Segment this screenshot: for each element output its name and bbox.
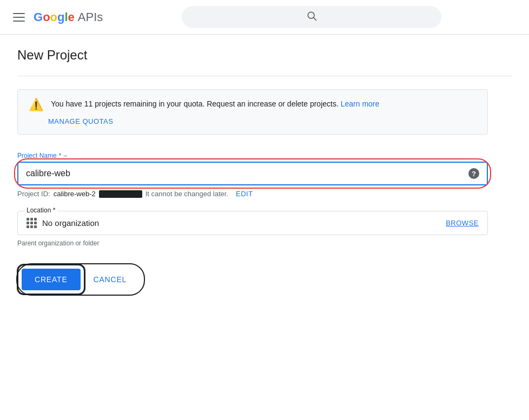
divider (17, 76, 512, 76)
search-icon (306, 10, 317, 24)
buttons-circle-wrapper: CREATE CANCEL (17, 264, 144, 295)
apis-label: APIs (78, 10, 103, 24)
page-title: New Project (17, 48, 512, 63)
location-label-text: Location (27, 206, 51, 214)
top-nav: Google APIs (0, 0, 529, 35)
google-letter-g2: g (57, 10, 64, 24)
location-left: No organization (27, 218, 99, 228)
location-value: No organization (42, 218, 99, 228)
project-id-redacted (99, 190, 142, 198)
google-letter-g: G (34, 10, 43, 24)
project-name-input-wrapper: ? (17, 162, 488, 185)
google-letter-o2: o (50, 10, 57, 24)
project-id-value: calibre-web-2 (54, 190, 96, 198)
page-content: New Project ⚠️ You have 11 projects rema… (0, 35, 529, 308)
search-bar[interactable] (182, 6, 441, 28)
project-id-row: Project ID: calibre-web-2 It cannot be c… (17, 190, 488, 198)
project-name-label: Project Name * – (17, 152, 488, 159)
warning-icon: ⚠️ (29, 99, 43, 111)
browse-link[interactable]: BROWSE (446, 219, 479, 227)
help-icon[interactable]: ? (468, 168, 479, 179)
project-id-prefix: Project ID: (17, 190, 50, 198)
action-buttons: CREATE CANCEL (17, 264, 488, 295)
learn-more-link[interactable]: Learn more (341, 99, 380, 108)
location-content: No organization BROWSE (27, 218, 479, 228)
warning-row: ⚠️ You have 11 projects remaining in you… (29, 98, 477, 111)
cancel-button[interactable]: CANCEL (81, 269, 140, 290)
organization-grid-icon (27, 218, 37, 228)
warning-banner: ⚠️ You have 11 projects remaining in you… (17, 89, 488, 135)
hamburger-menu-button[interactable] (9, 9, 29, 26)
form-section: Project Name * – ? Project ID: calibre-w… (17, 152, 488, 295)
warning-text: You have 11 projects remaining in your q… (51, 98, 379, 110)
google-letter-e: e (68, 10, 75, 24)
project-name-input[interactable] (26, 169, 468, 178)
create-button[interactable]: CREATE (22, 269, 81, 290)
project-name-label-text: Project Name (17, 152, 57, 159)
project-id-suffix: It cannot be changed later. (146, 190, 228, 198)
google-logo: Google (34, 10, 75, 24)
location-label: Location * (24, 206, 57, 214)
google-letter-o1: o (43, 10, 50, 24)
location-field-group: Location * No organization BROWSE (17, 211, 488, 235)
svg-line-1 (314, 18, 316, 21)
edit-project-id-link[interactable]: EDIT (236, 190, 253, 198)
location-required-star: * (53, 206, 56, 214)
manage-quotas-link[interactable]: MANAGE QUOTAS (48, 117, 477, 125)
parent-hint: Parent organization or folder (17, 239, 488, 247)
project-name-field-group: Project Name * – ? Project ID: calibre-w… (17, 152, 488, 198)
required-star: * (59, 152, 62, 159)
field-label-dash: – (63, 152, 67, 159)
